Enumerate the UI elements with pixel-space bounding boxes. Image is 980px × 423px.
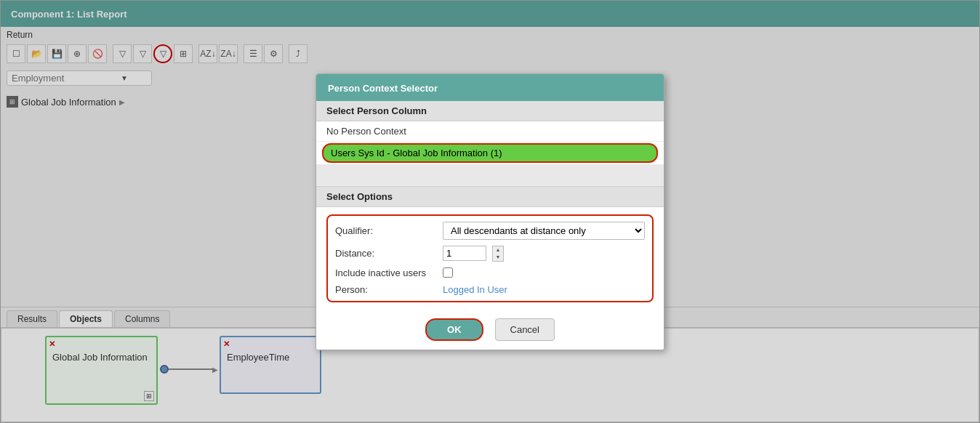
distance-label: Distance: [335,248,437,259]
section2-header: Select Options [316,187,664,207]
person-link[interactable]: Logged In User [443,284,507,295]
section1-header: Select Person Column [316,101,664,121]
person-label: Person: [335,284,437,295]
qualifier-row: Qualifier: All descendants at distance o… [335,222,645,240]
dialog-title: Person Context Selector [328,83,438,94]
qualifier-select[interactable]: All descendants at distance onlyDirect d… [443,222,645,240]
qualifier-label: Qualifier: [335,225,437,236]
dialog: Person Context Selector Select Person Co… [316,73,664,350]
list-item-empty [316,164,664,186]
spinner-down[interactable]: ▼ [493,254,503,261]
distance-row: Distance: ▲ ▼ [335,246,645,262]
person-row: Person: Logged In User [335,284,645,295]
distance-input[interactable] [443,246,486,261]
main-window: Component 1: List Report Return ☐ 📂 💾 ⊕ … [0,0,980,423]
dialog-footer: OK Cancel [316,310,664,350]
dialog-title-bar: Person Context Selector [316,74,664,101]
spinner-up[interactable]: ▲ [493,246,503,254]
list-item-selected[interactable]: Users Sys Id - Global Job Information (1… [322,143,658,163]
distance-spinner: ▲ ▼ [492,246,504,262]
modal-overlay: Person Context Selector Select Person Co… [0,0,980,423]
options-section: Qualifier: All descendants at distance o… [316,207,664,310]
list-item-no-context[interactable]: No Person Context [316,121,664,142]
cancel-button[interactable]: Cancel [495,318,555,341]
inactive-row: Include inactive users [335,267,645,278]
dialog-body: Select Person Column No Person Context U… [316,101,664,310]
inactive-checkbox[interactable] [443,267,453,278]
options-border: Qualifier: All descendants at distance o… [326,214,654,302]
dialog-list: No Person Context Users Sys Id - Global … [316,121,664,187]
ok-button[interactable]: OK [425,318,483,341]
inactive-label: Include inactive users [335,267,437,278]
